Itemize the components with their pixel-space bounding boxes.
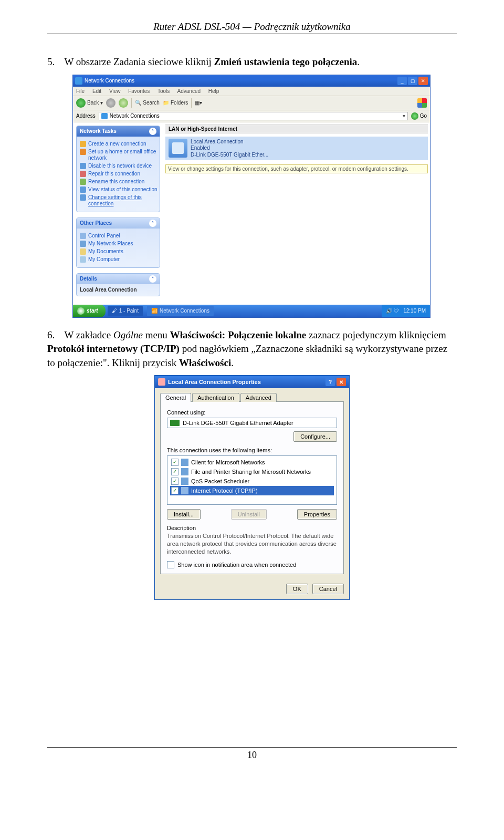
address-label: Address — [76, 113, 96, 119]
task-repair[interactable]: Repair this connection — [80, 171, 158, 177]
folders-button[interactable]: 📁 Folders — [163, 100, 188, 106]
ss1-menubar[interactable]: File Edit View Favorites Tools Advanced … — [73, 87, 430, 96]
doc-header: Ruter ADSL DSL-504 — Podręcznik użytkown… — [47, 21, 457, 34]
windows-logo-icon — [417, 98, 427, 108]
close-button[interactable]: ✕ — [337, 378, 346, 386]
task-setup-network[interactable]: Set up a home or small office network — [80, 149, 158, 161]
menu-help[interactable]: Help — [208, 88, 219, 94]
address-value: Network Connections — [110, 113, 160, 119]
forward-button[interactable] — [106, 98, 116, 108]
client-icon — [181, 459, 188, 466]
back-button[interactable]: Back ▾ — [76, 98, 103, 108]
step6-a: W zakładce — [64, 329, 113, 340]
menu-view[interactable]: View — [109, 88, 121, 94]
connection-item[interactable]: Local Area Connection Enabled D-Link DGE… — [165, 137, 428, 161]
screenshot-lac-properties: Local Area Connection Properties ? ✕ Gen… — [154, 375, 350, 600]
address-input[interactable]: Network Connections ▾ — [99, 112, 408, 120]
cancel-button[interactable]: Cancel — [312, 584, 344, 594]
taskbar-item-network[interactable]: 📶 Network Connections — [147, 306, 214, 316]
nic-icon — [170, 420, 180, 426]
checkbox-icon[interactable]: ✓ — [171, 459, 178, 466]
menu-favorites[interactable]: Favorites — [128, 88, 150, 94]
go-button[interactable]: Go — [411, 112, 427, 120]
comp-client[interactable]: ✓Client for Microsoft Networks — [170, 458, 334, 467]
description-header: Description — [167, 525, 337, 531]
menu-file[interactable]: File — [76, 88, 85, 94]
task-disable-device[interactable]: Disable this network device — [80, 163, 158, 169]
addr-dropdown-icon[interactable]: ▾ — [403, 113, 405, 119]
network-tasks-panel: Network Tasks˄ Create a new connection S… — [76, 126, 160, 212]
menu-tools[interactable]: Tools — [158, 88, 170, 94]
statusbar-text: View or change settings for this connect… — [165, 164, 428, 173]
checkbox-icon[interactable]: ✓ — [171, 478, 178, 485]
page-footer: 10 — [47, 747, 457, 761]
place-my-documents[interactable]: My Documents — [80, 248, 158, 255]
tab-general[interactable]: General — [160, 393, 191, 402]
comp-qos[interactable]: ✓QoS Packet Scheduler — [170, 476, 334, 486]
task-change-settings[interactable]: Change settings of this connection — [80, 194, 158, 207]
uninstall-button: Uninstall — [231, 509, 267, 520]
connection-icon — [158, 378, 165, 386]
details-panel: Details˄ Local Area Connection — [76, 273, 160, 296]
search-button[interactable]: 🔍 Search — [135, 100, 160, 106]
menu-advanced[interactable]: Advanced — [177, 88, 201, 94]
page-number: 10 — [247, 750, 257, 760]
address-bar: Address Network Connections ▾ Go — [73, 110, 430, 122]
views-button[interactable]: ▦▾ — [195, 100, 202, 106]
collapse-icon[interactable]: ˄ — [149, 128, 156, 135]
main-pane[interactable]: LAN or High-Speed Internet Local Area Co… — [163, 122, 430, 305]
show-icon-checkbox[interactable] — [167, 561, 174, 568]
task-view-status[interactable]: View status of this connection — [80, 186, 158, 193]
checkbox-icon[interactable]: ✓ — [171, 468, 178, 475]
collapse-icon[interactable]: ˄ — [149, 220, 156, 227]
menu-edit[interactable]: Edit — [92, 88, 101, 94]
minimize-button[interactable]: _ — [397, 77, 407, 85]
place-my-computer[interactable]: My Computer — [80, 256, 158, 263]
other-places-header: Other Places — [80, 220, 112, 226]
start-button[interactable]: start — [73, 305, 106, 317]
taskbar: start 🖌 1 - Paint 📶 Network Connections … — [73, 305, 430, 317]
step6-b: Ogólne — [113, 329, 143, 340]
checkbox-icon[interactable]: ✓ — [171, 487, 178, 494]
ss2-title: Local Area Connection Properties — [168, 379, 261, 385]
step-5-text-a: W obszarze Zadania sieciowe kliknij — [64, 56, 214, 67]
close-button[interactable]: ✕ — [418, 77, 428, 85]
place-network-places[interactable]: My Network Places — [80, 241, 158, 247]
connect-using-label: Connect using: — [167, 409, 337, 416]
ok-button[interactable]: OK — [286, 584, 308, 594]
step-5: 5. W obszarze Zadania sieciowe kliknij Z… — [47, 55, 457, 69]
step6-h: Właściwości — [179, 357, 231, 368]
collapse-icon[interactable]: ˄ — [149, 275, 156, 283]
taskbar-item-paint[interactable]: 🖌 1 - Paint — [108, 306, 143, 316]
place-control-panel[interactable]: Control Panel — [80, 233, 158, 239]
connection-status: Enabled — [191, 145, 268, 152]
maximize-button[interactable]: ▢ — [408, 77, 417, 85]
tray-icons: 🔊 🛡 — [386, 308, 399, 314]
task-create-connection[interactable]: Create a new connection — [80, 141, 158, 147]
up-button[interactable] — [119, 98, 128, 108]
system-tray[interactable]: 🔊 🛡12:10 PM — [382, 305, 430, 317]
show-icon-label: Show icon in notification area when conn… — [177, 562, 296, 568]
task-rename[interactable]: Rename this connection — [80, 179, 158, 185]
connection-icon — [169, 139, 187, 158]
step-6-num: 6. — [47, 328, 62, 343]
configure-button[interactable]: Configure... — [293, 431, 337, 442]
comp-fileprint[interactable]: ✓File and Printer Sharing for Microsoft … — [170, 467, 334, 476]
connection-name: Local Area Connection — [191, 139, 268, 146]
install-button[interactable]: Install... — [167, 509, 201, 520]
tab-advanced[interactable]: Advanced — [240, 393, 277, 402]
components-list[interactable]: ✓Client for Microsoft Networks ✓File and… — [167, 455, 337, 505]
details-body: Local Area Connection — [80, 287, 137, 293]
service-icon — [181, 468, 188, 475]
screenshot-network-connections: Network Connections _ ▢ ✕ File Edit View… — [72, 75, 430, 318]
service-icon — [181, 478, 188, 485]
comp-tcpip[interactable]: ✓Internet Protocol (TCP/IP) — [170, 486, 334, 495]
tab-authentication[interactable]: Authentication — [192, 393, 239, 402]
description-text: Transmission Control Protocol/Internet P… — [167, 532, 337, 556]
network-tasks-header: Network Tasks — [80, 128, 117, 134]
properties-button[interactable]: Properties — [297, 509, 337, 520]
ss1-title: Network Connections — [85, 78, 134, 84]
help-button[interactable]: ? — [326, 378, 335, 386]
sidebar: Network Tasks˄ Create a new connection S… — [73, 122, 163, 305]
ss1-titlebar: Network Connections _ ▢ ✕ — [73, 75, 430, 87]
